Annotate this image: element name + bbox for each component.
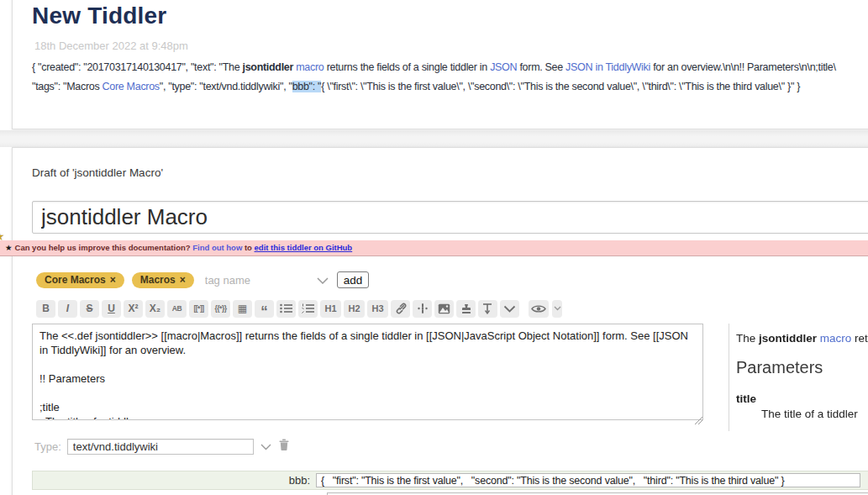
link-brackets-button[interactable]: [[*]] [189, 300, 208, 318]
tiddler-title: New Tiddler [32, 3, 166, 29]
subscript-button[interactable]: X₂ [145, 300, 165, 318]
banner-text: to [242, 243, 254, 252]
link-macro[interactable]: macro [296, 61, 324, 73]
bullet-list-icon [280, 303, 292, 313]
bullet-list-button[interactable] [276, 300, 296, 318]
font-size-button[interactable] [478, 300, 497, 318]
banner-find-out-how-link[interactable]: Find out how [192, 243, 242, 252]
excise-icon [417, 303, 429, 314]
banner-text: Can you help us improve this documentati… [15, 243, 193, 252]
preview-definition: The title of a tiddler [761, 408, 868, 420]
draft-of-label: Draft of 'jsontiddler Macro' [32, 166, 163, 179]
tiddler-json-line1: { "created": "20170317140130417", "text"… [32, 61, 836, 73]
numbered-list-icon [302, 303, 314, 313]
draft-title-input[interactable] [32, 201, 868, 234]
italic-button[interactable]: I [58, 300, 77, 318]
excise-button[interactable] [413, 300, 432, 318]
field-row-bbb: bbb: [32, 471, 868, 490]
chevron-down-icon [554, 306, 561, 311]
strikethrough-button[interactable]: S [80, 300, 99, 318]
type-label: Type: [34, 440, 61, 453]
remove-tag-icon[interactable]: × [180, 274, 186, 286]
tags-editor: Core Macros× Macros× add [36, 271, 369, 289]
eye-icon [531, 304, 546, 313]
banner-star-icon: ★ [5, 243, 13, 252]
story-river-gap [0, 130, 868, 147]
tag-pill-macros[interactable]: Macros× [132, 272, 194, 288]
numbered-list-button[interactable] [298, 300, 318, 318]
type-row: Type: [34, 438, 289, 455]
json-text: "tags": "Macros [32, 81, 103, 92]
tag-name-input[interactable] [205, 274, 268, 287]
preview-heading-parameters: Parameters [736, 358, 868, 377]
link-button[interactable] [391, 300, 410, 318]
preview-pane: The jsontiddler macro returns Parameters… [729, 324, 868, 431]
tiddler-timestamp: 18th December 2022 at 9:48pm [34, 39, 188, 52]
json-text: { \"first\": \"This is the first value\"… [321, 81, 800, 92]
tiddler-json-line2: "tags": "Macros Core Macros", "type": "t… [32, 81, 800, 92]
mono-button[interactable]: AB [167, 300, 187, 318]
superscript-button[interactable]: X² [124, 300, 143, 318]
preview-paragraph: The jsontiddler macro returns [736, 332, 868, 345]
heading-1-button[interactable]: H1 [320, 300, 341, 318]
link-core-macros[interactable]: Core Macros [103, 81, 160, 92]
tiddler-star-ribbon-icon: ★ [0, 229, 5, 243]
json-text: form. See [517, 61, 566, 73]
json-bold-jsontiddler: jsontiddler [242, 61, 296, 73]
preview-bold-jsontiddler: jsontiddler [759, 332, 820, 345]
tag-pill-label: Core Macros [45, 274, 106, 286]
json-text: ", "type": "text/vnd.tiddlywiki", " [160, 81, 292, 92]
documentation-banner: ★Can you help us improve this documentat… [0, 240, 868, 256]
tag-pill-core-macros[interactable]: Core Macros× [36, 272, 124, 288]
link-json-in-tiddlywiki[interactable]: JSON in TiddlyWiki [566, 61, 650, 73]
heading-3-button[interactable]: H3 [367, 300, 388, 318]
delete-type-trash-icon[interactable] [279, 439, 289, 454]
more-toolbar-button[interactable] [500, 300, 519, 318]
stamp-icon [460, 303, 472, 314]
stamp-button[interactable] [456, 300, 476, 318]
stamp-grid-button[interactable]: ▦ [233, 300, 252, 318]
link-chain-icon [395, 303, 407, 314]
field-name-label: bbb: [33, 474, 316, 487]
selected-text-bbb: bbb": " [292, 81, 322, 92]
type-input[interactable] [67, 439, 254, 455]
tag-pill-label: Macros [140, 274, 176, 286]
tiddler-card-draft-editor: Draft of 'jsontiddler Macro' Core Macros… [12, 147, 868, 495]
preview-link-macro[interactable]: macro [820, 332, 852, 345]
chevron-down-icon [503, 305, 516, 313]
add-tag-button[interactable]: add [337, 271, 370, 288]
picture-button[interactable] [434, 300, 454, 318]
tiddlywiki-screen: New Tiddler 18th December 2022 at 9:48pm… [0, 0, 868, 495]
type-dropdown-chevron-icon[interactable] [260, 439, 271, 454]
heading-2-button[interactable]: H2 [344, 300, 365, 318]
banner-edit-on-github-link[interactable]: edit this tiddler on GitHub [255, 243, 353, 252]
field-value-input[interactable] [316, 473, 860, 487]
preview-button[interactable] [529, 300, 549, 318]
preview-term-title: title [736, 392, 868, 405]
field-row-next [32, 491, 868, 495]
transclude-button[interactable]: {{*}} [211, 300, 230, 318]
quote-button[interactable]: “ [255, 300, 274, 318]
tiddler-card-new-tiddler: New Tiddler 18th December 2022 at 9:48pm… [12, 0, 868, 129]
remove-tag-icon[interactable]: × [110, 274, 116, 286]
textarea-resize-handle[interactable] [695, 413, 702, 420]
json-text: { "created": "20170317140130417", "text"… [32, 61, 242, 73]
tag-dropdown-chevron-icon[interactable] [317, 272, 329, 287]
picture-icon [438, 303, 450, 314]
draft-body-textarea[interactable]: The <<.def jsontiddler>> [[macro|Macros]… [32, 324, 703, 420]
underline-button[interactable]: U [102, 300, 121, 318]
json-text: returns the fields of a single tiddler i… [324, 61, 490, 73]
editor-toolbar: B I S U X² X₂ AB [[*]] {{*}} ▦ “ H1 H2 H… [36, 299, 565, 318]
json-text: for an overview.\n\n!! Parameters\n\n;ti… [650, 61, 836, 73]
bold-button[interactable]: B [36, 300, 55, 318]
link-json[interactable]: JSON [490, 61, 517, 73]
font-size-icon [482, 303, 493, 314]
preview-type-dropdown-button[interactable] [552, 300, 562, 318]
